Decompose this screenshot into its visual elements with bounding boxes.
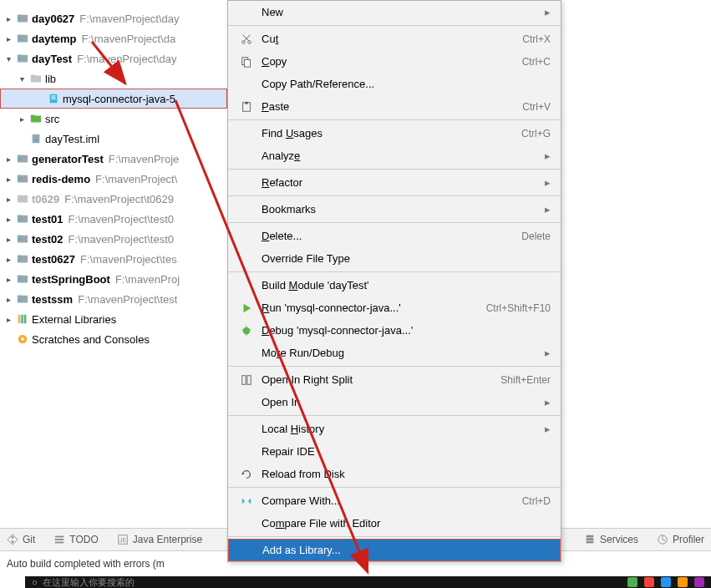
chevron-icon[interactable]: ▸ — [3, 34, 13, 43]
item-label: test01 — [32, 213, 63, 226]
menu-item-compare-with-[interactable]: Compare With... Ctrl+D — [228, 489, 561, 512]
status-text: Auto build completed with errors (m — [7, 558, 165, 570]
svg-rect-14 — [51, 99, 55, 99]
item-label: daytemp — [32, 33, 76, 45]
submenu-arrow-icon: ▸ — [545, 176, 551, 189]
svg-rect-42 — [21, 315, 23, 324]
menu-item-local-history[interactable]: Local History ▸ — [228, 418, 561, 440]
chevron-icon[interactable]: ▾ — [17, 74, 27, 84]
tree-item-daytest[interactable]: ▾ dayTest F:\mavenProject\day — [0, 48, 227, 68]
menu-label: Delete... — [262, 230, 505, 242]
menu-item-bookmarks[interactable]: Bookmarks ▸ — [228, 198, 561, 220]
menu-item-more-run-debug[interactable]: More Run/Debug ▸ — [228, 342, 561, 364]
menu-item-find-usages[interactable]: Find Usages Ctrl+G — [228, 122, 561, 144]
menu-item-reload-from-disk[interactable]: Reload from Disk — [228, 463, 561, 485]
debug-icon — [238, 325, 255, 337]
item-label: testSpringBoot — [32, 273, 110, 286]
menu-label: Analyze — [262, 150, 536, 162]
menu-shortcut: Ctrl+D — [522, 495, 551, 507]
menu-item-refactor[interactable]: Refactor ▸ — [228, 171, 561, 194]
menu-label: Compare With... — [262, 494, 505, 507]
menu-label: Add as Library... — [262, 544, 550, 556]
project-tree[interactable]: ▸ day0627 F:\mavenProject\day▸ daytemp F… — [0, 0, 227, 522]
menu-item-cut[interactable]: Cut Ctrl+X — [228, 28, 561, 50]
tree-item-mysql-connector-java-5[interactable]: mysql-connector-java-5 — [0, 89, 227, 109]
tree-item-testspringboot[interactable]: ▸ testSpringBoot F:\mavenProj — [0, 269, 227, 289]
tree-item-testssm[interactable]: ▸ testssm F:\mavenProject\test — [0, 289, 227, 309]
chevron-icon[interactable]: ▸ — [3, 275, 13, 284]
menu-item-add-as-library-[interactable]: Add as Library... — [228, 539, 561, 561]
tree-item-generatortest[interactable]: ▸ generatorTest F:\mavenProje — [0, 149, 227, 169]
module-icon — [16, 32, 29, 45]
tree-item-day0627[interactable]: ▸ day0627 F:\mavenProject\day — [0, 8, 227, 28]
menu-shortcut: Ctrl+X — [522, 33, 551, 45]
module-icon — [16, 232, 29, 246]
menu-item-new[interactable]: New ▸ — [228, 1, 561, 23]
menu-item-copy[interactable]: Copy Ctrl+C — [228, 50, 561, 73]
svg-text:JE: JE — [119, 537, 127, 543]
tree-item-t0629[interactable]: ▸ t0629 F:\mavenProject\t0629 — [0, 189, 227, 209]
svg-rect-72 — [55, 542, 64, 544]
chevron-icon[interactable]: ▸ — [17, 114, 27, 124]
tree-item-test0627[interactable]: ▸ test0627 F:\mavenProject\tes — [0, 249, 227, 269]
tree-item-src[interactable]: ▸ src — [0, 109, 227, 129]
menu-item-debug-mysql-connector-java-[interactable]: Debug 'mysql-connector-java...' — [228, 319, 561, 342]
tree-item-scratches-and-consoles[interactable]: Scratches and Consoles — [0, 329, 227, 349]
chevron-icon[interactable]: ▸ — [3, 295, 13, 304]
item-label: lib — [45, 73, 56, 85]
chevron-icon[interactable]: ▸ — [3, 215, 13, 224]
tool-tab-git[interactable]: Git — [7, 534, 35, 545]
context-menu: New ▸ Cut Ctrl+X Copy Ctrl+C Copy Path/R… — [227, 0, 561, 562]
menu-item-build-module-daytest-[interactable]: Build Module 'dayTest' — [228, 274, 561, 297]
tree-item-redis-demo[interactable]: ▸ redis-demo F:\mavenProject\ — [0, 169, 227, 189]
tree-item-test01[interactable]: ▸ test01 F:\mavenProject\test0 — [0, 209, 227, 229]
tool-tab-java-enterprise[interactable]: JEJava Enterprise — [117, 534, 202, 545]
menu-item-copy-path-reference-[interactable]: Copy Path/Reference... — [228, 73, 561, 95]
je-icon: JE — [117, 534, 129, 545]
chevron-icon[interactable]: ▸ — [3, 155, 13, 164]
chevron-icon[interactable]: ▸ — [3, 175, 13, 184]
chevron-icon[interactable]: ▸ — [3, 315, 13, 324]
tool-tab-profiler[interactable]: Profiler — [657, 534, 704, 545]
reload-icon — [238, 469, 255, 480]
chevron-icon[interactable]: ▸ — [3, 195, 13, 204]
scratches-icon — [16, 332, 29, 346]
chevron-icon[interactable]: ▸ — [3, 235, 13, 244]
tree-item-external-libraries[interactable]: ▸ External Libraries — [0, 309, 227, 329]
menu-label: Cut — [262, 33, 505, 45]
tree-item-daytemp[interactable]: ▸ daytemp F:\mavenProject\da — [0, 28, 227, 48]
menu-label: Find Usages — [262, 127, 505, 139]
paste-icon — [238, 101, 255, 113]
tree-item-daytest-iml[interactable]: dayTest.iml — [0, 129, 227, 149]
menu-item-run-mysql-connector-java-[interactable]: Run 'mysql-connector-java...' Ctrl+Shift… — [228, 297, 561, 319]
menu-item-open-in[interactable]: Open In ▸ — [228, 391, 561, 413]
submenu-arrow-icon: ▸ — [545, 396, 551, 408]
svg-line-48 — [244, 34, 250, 40]
module-icon — [16, 52, 29, 65]
item-label: External Libraries — [32, 313, 116, 326]
item-path: F:\mavenProject\da — [81, 33, 175, 45]
chevron-icon[interactable]: ▸ — [3, 255, 13, 264]
menu-item-analyze[interactable]: Analyze ▸ — [228, 144, 561, 167]
chevron-icon[interactable]: ▾ — [3, 54, 13, 63]
svg-rect-17 — [33, 134, 40, 144]
tab-label: Java Enterprise — [133, 534, 202, 545]
menu-separator — [228, 195, 561, 196]
item-label: dayTest — [32, 53, 72, 65]
tool-tab-todo[interactable]: TODO — [53, 534, 98, 545]
menu-item-override-file-type[interactable]: Override File Type — [228, 247, 561, 270]
menu-item-repair-ide[interactable]: Repair IDE — [228, 440, 561, 463]
menu-label: Bookmarks — [262, 203, 536, 215]
tool-tab-services[interactable]: Services — [584, 534, 638, 545]
menu-item-paste[interactable]: Paste Ctrl+V — [228, 95, 561, 118]
tree-item-lib[interactable]: ▾ lib — [0, 68, 227, 89]
svg-rect-18 — [33, 139, 38, 142]
menu-label: New — [262, 6, 536, 18]
svg-rect-40 — [19, 298, 22, 301]
menu-item-compare-file-with-editor[interactable]: Compare File with Editor — [228, 512, 561, 535]
jar-icon — [47, 92, 60, 105]
menu-item-open-in-right-split[interactable]: Open In Right Split Shift+Enter — [228, 368, 561, 391]
menu-item-delete-[interactable]: Delete... Delete — [228, 225, 561, 247]
tree-item-test02[interactable]: ▸ test02 F:\mavenProject\test0 — [0, 229, 227, 249]
chevron-icon[interactable]: ▸ — [3, 14, 13, 23]
